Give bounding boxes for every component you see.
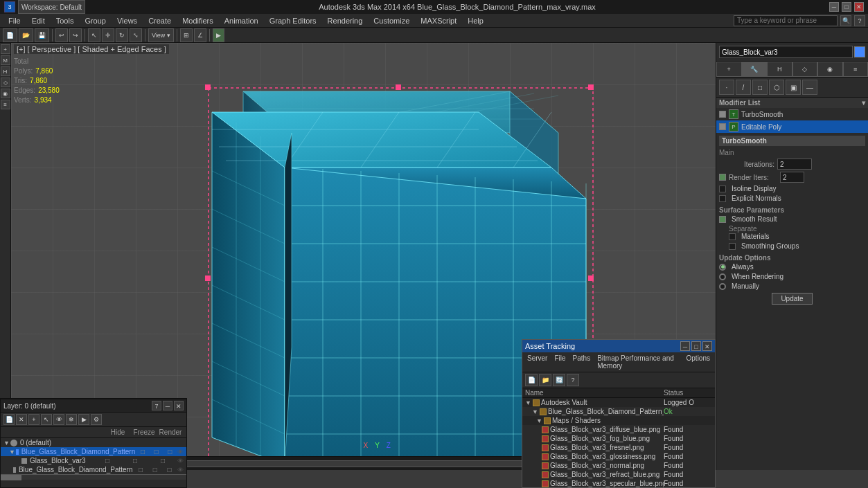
at-row-1[interactable]: ▼ Blue_Glass_Block_Diamond_Pattern_max_v… — [522, 407, 715, 416]
layer-expand-0[interactable]: ▼ — [3, 440, 9, 446]
explicit-normals-checkbox[interactable] — [719, 195, 726, 202]
at-close[interactable]: ✕ — [702, 341, 712, 351]
when-rendering-radio[interactable] — [719, 273, 726, 280]
render-btn[interactable]: ▶ — [213, 28, 224, 42]
scale-btn[interactable]: ⤡ — [130, 28, 142, 42]
render-iters-input[interactable] — [780, 172, 804, 183]
layer-panel-close[interactable]: ✕ — [174, 401, 184, 410]
layer-render-2[interactable]: □ — [150, 457, 176, 464]
edge-icon[interactable]: / — [736, 80, 751, 95]
layer-panel-minimize[interactable]: ─ — [163, 401, 172, 410]
at-menu-server[interactable]: Server — [525, 354, 549, 370]
at-menu-options[interactable]: Options — [684, 354, 712, 370]
element-icon[interactable]: ▣ — [786, 80, 801, 95]
menu-edit[interactable]: Edit — [26, 15, 51, 26]
layer-item-0[interactable]: ▼ 0 (default) — [1, 438, 186, 447]
menu-group[interactable]: Group — [79, 15, 112, 26]
menu-create[interactable]: Create — [143, 15, 177, 26]
render-iters-checkbox[interactable] — [719, 174, 726, 181]
iterations-input[interactable] — [777, 159, 812, 170]
maximize-button[interactable]: □ — [842, 2, 851, 12]
menu-help[interactable]: Help — [462, 15, 489, 26]
layer-tool-settings[interactable]: ⚙ — [91, 414, 102, 425]
layer-tool-add[interactable]: + — [28, 414, 39, 425]
new-btn[interactable]: 📄 — [3, 28, 17, 42]
editable-poly-checkbox[interactable] — [719, 123, 726, 130]
at-row-4[interactable]: Glass_Block_var3_fog_blue.png Found — [522, 434, 715, 443]
display-tool[interactable]: ◉ — [1, 89, 10, 98]
modify-panel-tab[interactable]: 🔧 — [742, 62, 768, 77]
close-button[interactable]: ✕ — [854, 2, 864, 12]
menu-views[interactable]: Views — [112, 15, 143, 26]
minimize-button[interactable]: ─ — [829, 2, 839, 12]
rotate-btn[interactable]: ↻ — [116, 28, 128, 42]
layer-tool-delete[interactable]: ✕ — [16, 414, 27, 425]
layer-freeze-3[interactable]: □ — [148, 466, 161, 473]
reference-dropdown[interactable]: View ▾ — [148, 28, 174, 42]
isoline-checkbox[interactable] — [719, 186, 726, 192]
at-restore[interactable]: □ — [691, 341, 701, 351]
menu-rendering[interactable]: Rendering — [322, 15, 369, 26]
layer-expand-1[interactable]: ▼ — [9, 449, 15, 455]
menu-maxscript[interactable]: MAXScript — [415, 15, 462, 26]
hierarchy-tool[interactable]: H — [1, 66, 10, 76]
menu-animation[interactable]: Animation — [219, 15, 264, 26]
vertex-icon[interactable]: · — [719, 80, 734, 95]
layer-tool-freeze[interactable]: ❄ — [66, 414, 77, 425]
editable-poly-modifier[interactable]: P Editable Poly — [716, 120, 868, 133]
at-row-3[interactable]: Glass_Block_var3_diffuse_blue.png Found — [522, 425, 715, 434]
layer-vis-1[interactable]: □ — [136, 448, 149, 455]
modify-tool[interactable]: M — [1, 55, 10, 65]
layer-item-3[interactable]: Blue_Glass_Block_Diamond_Pattern □ □ □ 👁 — [1, 465, 186, 474]
layer-tool-new[interactable]: 📄 — [3, 414, 15, 425]
at-row-0[interactable]: ▼ Autodesk Vault Logged O — [522, 398, 715, 407]
layer-item-1[interactable]: ▼ Blue_Glass_Block_Diamond_Pattern □ □ □… — [1, 447, 186, 456]
at-row-7[interactable]: Glass_Block_var3_normal.png Found — [522, 461, 715, 470]
menu-modifiers[interactable]: Modifiers — [177, 15, 219, 26]
layer-scrollbar-thumb[interactable] — [1, 475, 21, 480]
utilities-panel-tab[interactable]: ≡ — [843, 62, 869, 77]
layer-tool-view[interactable]: 👁 — [53, 414, 64, 425]
move-btn[interactable]: ✛ — [102, 28, 114, 42]
object-color-swatch[interactable] — [854, 46, 865, 57]
menu-file[interactable]: File — [3, 15, 26, 26]
create-tool[interactable]: + — [1, 44, 10, 54]
at-tool-help[interactable]: ? — [567, 374, 579, 386]
smooth-result-checkbox[interactable] — [719, 216, 726, 223]
create-panel-tab[interactable]: + — [716, 62, 742, 77]
angle-snap-toggle[interactable]: ∠ — [194, 28, 206, 42]
hierarchy-panel-tab[interactable]: H — [767, 62, 792, 77]
at-menu-paths[interactable]: Paths — [571, 354, 593, 370]
layer-vis-2[interactable]: □ — [94, 457, 121, 464]
utilities-tool[interactable]: ≡ — [1, 100, 10, 109]
none-icon[interactable]: — — [802, 80, 817, 95]
at-menu-file[interactable]: File — [552, 354, 567, 370]
layer-item-2[interactable]: Glass_Block_var3 □ □ □ 👁 — [1, 456, 186, 465]
workspace-dropdown[interactable]: Workspace: Default — [18, 0, 85, 14]
layer-render-3[interactable]: □ — [163, 466, 176, 473]
display-panel-tab[interactable]: ◉ — [817, 62, 843, 77]
motion-panel-tab[interactable]: ◇ — [792, 62, 818, 77]
at-row-9[interactable]: Glass_Block_var3_specular_blue.png Found — [522, 479, 715, 488]
at-row-5[interactable]: Glass_Block_var3_fresnel.png Found — [522, 443, 715, 452]
at-menu-bitmap[interactable]: Bitmap Performance and Memory — [595, 354, 681, 370]
at-tool-3[interactable]: 🔄 — [553, 374, 565, 386]
modifier-list-dropdown[interactable]: ▾ — [862, 99, 865, 107]
layer-tool-render[interactable]: ▶ — [78, 414, 89, 425]
layer-render-1[interactable]: □ — [163, 448, 176, 455]
select-btn[interactable]: ↖ — [88, 28, 100, 42]
open-btn[interactable]: 📂 — [19, 28, 33, 42]
smoothing-groups-checkbox[interactable] — [729, 243, 736, 250]
menu-customize[interactable]: Customize — [368, 15, 415, 26]
help-icon[interactable]: ? — [854, 15, 865, 26]
turbosmooth-header[interactable]: TurboSmooth — [719, 136, 865, 146]
polygon-icon[interactable]: ⬡ — [769, 80, 784, 95]
snap-toggle[interactable]: ⊞ — [180, 28, 193, 42]
layer-scrollbar[interactable] — [1, 474, 186, 480]
layer-tool-select[interactable]: ↖ — [41, 414, 52, 425]
search-input[interactable] — [734, 15, 838, 26]
update-button[interactable]: Update — [772, 293, 812, 305]
motion-tool[interactable]: ◇ — [1, 78, 10, 87]
object-name-input[interactable] — [719, 46, 853, 58]
border-icon[interactable]: □ — [752, 80, 768, 95]
